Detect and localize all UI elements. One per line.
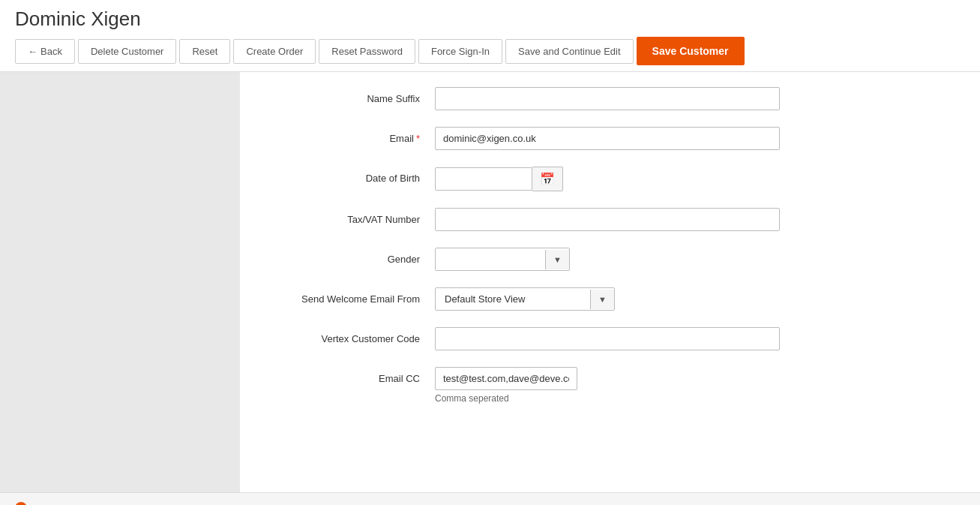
email-cc-row: Email CC Comma seperated	[270, 367, 950, 404]
name-suffix-row: Name Suffix	[270, 87, 950, 110]
page-header: Dominic Xigen ← Back Delete Customer Res…	[0, 0, 980, 72]
dob-row: Date of Birth 📅	[270, 167, 950, 191]
back-arrow-icon: ←	[28, 46, 37, 57]
create-order-button[interactable]: Create Order	[233, 39, 316, 64]
page-footer	[0, 492, 980, 505]
send-welcome-label: Send Welcome Email From	[270, 287, 435, 305]
chevron-down-icon: ▼	[598, 295, 607, 304]
dob-input[interactable]	[435, 167, 532, 191]
email-cc-hint: Comma seperated	[435, 393, 577, 404]
vertex-code-label: Vertex Customer Code	[270, 327, 435, 344]
send-welcome-select[interactable]: Default Store View Main Website Store	[436, 288, 590, 310]
back-label: Back	[40, 46, 62, 57]
gender-dropdown-arrow[interactable]: ▼	[545, 250, 569, 269]
tax-vat-row: Tax/VAT Number	[270, 208, 950, 231]
email-row: Email*	[270, 127, 950, 150]
required-indicator: *	[416, 133, 420, 144]
sidebar	[0, 72, 240, 492]
main-content: Name Suffix Email* Date of Birth 📅 Tax/V…	[240, 72, 980, 492]
reset-button[interactable]: Reset	[179, 39, 230, 64]
email-cc-wrapper: Comma seperated	[435, 367, 577, 404]
save-customer-button[interactable]: Save Customer	[637, 37, 745, 65]
save-continue-button[interactable]: Save and Continue Edit	[505, 39, 634, 64]
calendar-button[interactable]: 📅	[532, 167, 563, 191]
tax-vat-input[interactable]	[435, 208, 780, 231]
reset-password-button[interactable]: Reset Password	[319, 39, 415, 64]
vertex-code-row: Vertex Customer Code	[270, 327, 950, 350]
vertex-code-input[interactable]	[435, 327, 780, 350]
footer-icon	[15, 502, 27, 506]
gender-select[interactable]: Male Female Not Specified	[436, 248, 545, 270]
email-label: Email*	[270, 127, 435, 144]
calendar-icon: 📅	[540, 173, 555, 185]
dob-input-wrapper: 📅	[435, 167, 563, 191]
send-welcome-dropdown-arrow[interactable]: ▼	[590, 290, 614, 309]
email-cc-input[interactable]	[435, 367, 577, 390]
name-suffix-input[interactable]	[435, 87, 780, 110]
email-input[interactable]	[435, 127, 780, 150]
gender-label: Gender	[270, 248, 435, 265]
delete-customer-button[interactable]: Delete Customer	[78, 39, 177, 64]
gender-select-wrapper: Male Female Not Specified ▼	[435, 248, 570, 271]
content-wrapper: Name Suffix Email* Date of Birth 📅 Tax/V…	[0, 72, 980, 492]
chevron-down-icon: ▼	[553, 255, 562, 264]
send-welcome-select-wrapper: Default Store View Main Website Store ▼	[435, 287, 615, 311]
tax-vat-label: Tax/VAT Number	[270, 208, 435, 225]
toolbar: ← Back Delete Customer Reset Create Orde…	[15, 31, 965, 71]
force-signin-button[interactable]: Force Sign-In	[418, 39, 502, 64]
email-cc-label: Email CC	[270, 367, 435, 384]
send-welcome-row: Send Welcome Email From Default Store Vi…	[270, 287, 950, 311]
dob-label: Date of Birth	[270, 167, 435, 184]
gender-row: Gender Male Female Not Specified ▼	[270, 248, 950, 271]
back-button[interactable]: ← Back	[15, 39, 75, 64]
page-title: Dominic Xigen	[15, 0, 965, 31]
name-suffix-label: Name Suffix	[270, 87, 435, 104]
